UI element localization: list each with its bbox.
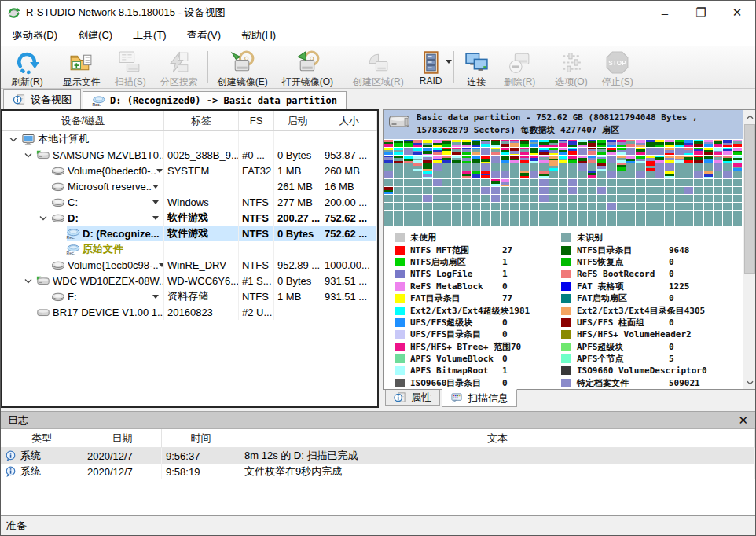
map-cell [510,203,519,210]
stop-icon: STOP [604,50,630,75]
map-cell [491,211,500,218]
map-cell [723,148,732,155]
volume-dropdown-arrow[interactable] [152,216,159,220]
menu-item-3[interactable]: 查看(V) [177,25,231,46]
toolbar-button-partition-search[interactable]: 分区搜索 [153,47,205,87]
map-cell [530,218,538,226]
minimize-button[interactable]: – [647,1,683,24]
volume-dropdown-arrow[interactable] [156,169,163,173]
log-close-icon[interactable]: ✕ [738,414,748,426]
log-column-header-1[interactable]: 日期 [83,429,162,447]
volume-dropdown-arrow[interactable] [159,263,164,267]
map-cell [481,148,490,155]
device-tree-row-0[interactable]: 本地计算机 [2,131,377,147]
device-tree-row-4[interactable]: C:WindowsNTFS277 MB200.00 ... [2,194,377,210]
toolbar-button-options[interactable]: 选项(O) [548,47,594,87]
log-text: 文件枚举在9秒内完成 [240,464,755,479]
toolbar-button-scan[interactable]: 扫描(S) [108,47,153,87]
chevron-expanded-icon[interactable] [35,215,50,221]
map-cell [588,140,596,147]
column-header-1[interactable]: 标签 [164,111,239,130]
map-cell [655,179,664,186]
scan-scrollbar[interactable] [743,110,756,389]
scrollbar-up-arrow[interactable] [743,110,756,123]
column-header-3[interactable]: 启动 [274,111,321,130]
chevron-expanded-icon[interactable] [20,278,35,284]
toolbar-button-create-image[interactable]: 创建镜像(E) [211,47,275,87]
map-cell [694,218,703,226]
map-cell [520,163,529,171]
volume-dropdown-arrow[interactable] [152,185,159,189]
log-row-0[interactable]: 系统2020/12/79:56:378m 12s 的 D: 扫描已完成 [1,448,755,464]
close-button[interactable]: ✕ [719,1,755,24]
volume-dropdown-arrow[interactable] [152,200,159,204]
scrollbar-down-arrow[interactable] [743,376,756,389]
device-tree-row-11[interactable]: BR17 DEVICE V1.00 1....20160823#2 U... [2,304,377,320]
volume-dropdown-arrow[interactable] [152,295,159,299]
map-cell [588,211,596,218]
menu-item-1[interactable]: 创建(C) [68,25,123,46]
device-tree-row-10[interactable]: F:资料存储NTFS1 MB931.51 ... [2,288,377,304]
device-tree-row-7[interactable]: Rec.原始文件 [2,241,377,257]
toolbar-button-stop[interactable]: STOP停止(S) [595,47,640,87]
map-cell [655,156,664,163]
toolbar-button-label: 显示文件 [63,75,101,89]
menu-item-4[interactable]: 帮助(H) [231,25,286,46]
map-cell [684,218,693,226]
device-tree-row-6[interactable]: Rec.D: (Recognize...软件游戏NTFS0 Bytes752.6… [2,226,377,241]
device-tree-row-5[interactable]: D:软件游戏NTFS200.27 ...752.62 ... [2,210,377,226]
column-header-0[interactable]: 设备/磁盘 [2,111,164,130]
menu-item-0[interactable]: 驱动器(D) [2,25,68,46]
toolbar-button-open-image[interactable]: 打开镜像(O) [275,47,340,87]
toolbar-button-show-files[interactable]: 显示文件 [56,47,108,87]
toolbar-button-connect[interactable]: 连接 [457,47,497,87]
menu-item-2[interactable]: 工具(T) [123,25,177,46]
device-tree-row-2[interactable]: Volume{0bedecf0-..SYSTEMFAT321 MB260 MB [2,163,377,178]
chevron-expanded-icon[interactable] [20,152,35,158]
chevron-expanded-icon[interactable] [6,137,20,142]
scan-tab-1[interactable]: 扫描信息 [442,389,517,407]
scan-block-map[interactable] [384,139,743,226]
map-cell [675,171,684,178]
device-label: 资料存储 [164,288,239,304]
map-cell [413,148,422,155]
raid-dropdown-arrow[interactable] [446,60,452,64]
map-cell [588,156,596,163]
column-header-2[interactable]: FS [239,111,274,130]
map-cell [607,187,615,194]
log-column-header-2[interactable]: 时间 [162,429,240,447]
device-tree-row-1[interactable]: SAMSUNG MZVLB1T0...0025_388B_9...#0 ...0… [2,147,377,163]
maximize-button[interactable]: ❐ [683,1,719,24]
map-cell [394,195,402,202]
map-cell [578,218,586,226]
toolbar-button-refresh[interactable]: 刷新(R) [4,47,50,87]
device-tree-row-8[interactable]: Volume{1ecb0c98-..WinRE_DRVNTFS952.89 ..… [2,257,377,273]
map-cell [384,218,393,226]
scan-tab-0[interactable]: 属性 [385,390,440,406]
map-cell [501,171,509,178]
column-header-4[interactable]: 大小 [321,111,377,130]
view-tab-1[interactable]: Rec.D: (Recognized0) -> Basic data parti… [83,91,347,109]
map-cell [733,195,742,202]
device-label [164,178,239,194]
device-tree-row-3[interactable]: Microsoft reserve..261 MB16 MB [2,178,377,194]
map-cell [578,195,586,202]
map-cell [714,195,722,202]
device-tree-row-9[interactable]: WDC WD10EZEX-08W...WD-WCC6Y6...#1 S...0 … [2,273,377,288]
toolbar-button-raid[interactable]: RAID [411,47,451,87]
view-tab-0[interactable]: 设备视图 [3,89,81,109]
map-cell [549,195,558,202]
map-cell [733,218,742,226]
legend-item-right-1: NTFS目录条目9648 [561,244,743,255]
map-cell [655,171,664,178]
map-cell [530,187,538,194]
app-icon [7,6,20,20]
toolbar-button-delete[interactable]: 删除(R) [497,47,543,87]
device-fs: NTFS [239,257,274,273]
log-column-header-0[interactable]: 类型 [1,429,83,447]
scrollbar-thumb[interactable] [744,124,755,274]
map-cell [578,171,586,178]
toolbar-button-create-region[interactable]: 创建区域(R) [346,47,411,87]
log-column-header-3[interactable]: 文本 [240,429,755,447]
log-row-1[interactable]: 系统2020/12/79:58:19文件枚举在9秒内完成 [1,464,755,479]
